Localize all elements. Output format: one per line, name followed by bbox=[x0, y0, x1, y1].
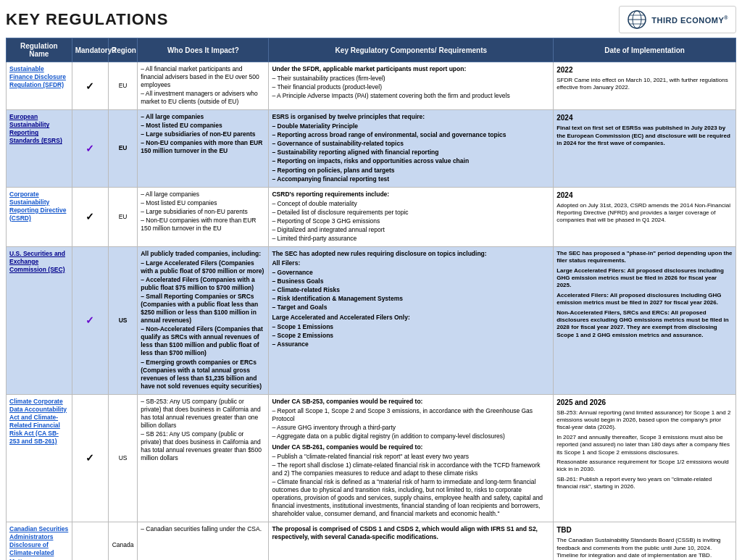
date-detail: The SEC has proposed a "phase-in" period… bbox=[556, 250, 733, 339]
reg-name-link[interactable]: Sustainable Finance Disclosure Regulatio… bbox=[9, 65, 66, 88]
list-item: Non-Accelerated Filers (Companies that q… bbox=[141, 325, 265, 357]
date-paragraph: SB-261: Publish a report every two years… bbox=[556, 476, 733, 491]
who-list: All large companiesMost listed EU compan… bbox=[141, 113, 265, 155]
components-cell: CSRD's reporting requirements include:Co… bbox=[269, 187, 554, 246]
all-filers-list: GovernanceBusiness GoalsClimate-related … bbox=[272, 269, 550, 312]
list-item: Target and Goals bbox=[272, 304, 550, 312]
logo-area: THIRD ECONOMY® bbox=[619, 6, 736, 33]
list-item: Small Reporting Companies or SRCs (Compa… bbox=[141, 293, 265, 325]
date-cell: 2022SFDR Came into effect on March 10, 2… bbox=[554, 62, 736, 110]
list-item: Report all Scope 1, Scope 2 and Scope 3 … bbox=[272, 407, 550, 423]
who-cell: All large companiesMost listed EU compan… bbox=[138, 187, 269, 246]
list-item: Reporting on impacts, risks and opportun… bbox=[272, 157, 550, 165]
date-cell: 2025 and 2026SB-253: Annual reporting (a… bbox=[554, 394, 736, 522]
sb261-header: Under CA SB-261, companies would be requ… bbox=[272, 443, 550, 451]
list-item: Sustainability reporting aligned with fi… bbox=[272, 149, 550, 156]
list-item: Publish a "climate-related financial ris… bbox=[272, 453, 550, 461]
region-cell: Canada bbox=[108, 522, 137, 560]
list-item: Reporting on policies, plans and targets bbox=[272, 167, 550, 175]
who-cell: All large companiesMost listed EU compan… bbox=[138, 110, 269, 187]
reg-name-cell: Corporate Sustainability Reporting Direc… bbox=[7, 187, 72, 246]
accel-filers-list: Scope 1 EmissionsScope 2 EmissionsAssura… bbox=[272, 323, 550, 348]
logo-reg: ® bbox=[724, 15, 728, 20]
sb261-list: Publish a "climate-related financial ris… bbox=[272, 453, 550, 518]
table-row: Sustainable Finance Disclosure Regulatio… bbox=[7, 62, 736, 110]
reg-name-cell: Canadian Securities Administrators Discl… bbox=[7, 522, 72, 560]
who-header: All publicly traded companies, including… bbox=[141, 250, 265, 258]
date-cell: The SEC has proposed a "phase-in" period… bbox=[554, 246, 736, 394]
all-filers-label: All Filers: bbox=[272, 259, 550, 267]
region-cell: EU bbox=[108, 62, 137, 110]
date-paragraph: Final text on first set of ESRSs was pub… bbox=[556, 125, 733, 147]
reg-name-link[interactable]: Canadian Securities Administrators Discl… bbox=[9, 525, 68, 560]
col-header-name: Regulation Name bbox=[7, 38, 72, 62]
logo-name-text: THIRD ECONOMY bbox=[651, 15, 724, 24]
checkmark-icon: ✓ bbox=[86, 80, 94, 92]
who-list: All financial market participants and fi… bbox=[141, 65, 265, 106]
reg-name-cell: European Sustainability Reporting Standa… bbox=[7, 110, 72, 187]
components-list: Double Materiality PrincipleReporting ac… bbox=[272, 122, 550, 183]
date-paragraph: SB-253: Annual reporting (and limited as… bbox=[556, 409, 733, 432]
list-item: Digitalized and integrated annual report bbox=[272, 226, 550, 234]
col-header-components: Key Regulatory Components/ Requirements bbox=[269, 38, 554, 62]
reg-name-link[interactable]: U.S. Securities and Exchange Commission … bbox=[9, 250, 65, 273]
who-list: Canadian securities falling under the CS… bbox=[141, 525, 265, 533]
mandatory-cell: ✓ bbox=[72, 246, 108, 394]
date-detail: SFDR Came into effect on March 10, 2021,… bbox=[556, 77, 733, 92]
reg-name-link[interactable]: European Sustainability Reporting Standa… bbox=[9, 113, 62, 144]
list-item: A Principle Adverse Impacts (PAI) statem… bbox=[272, 92, 550, 100]
components-header: The proposal is comprised of CSDS 1 and … bbox=[272, 525, 550, 541]
components-header: ESRS is organised by twelve principles t… bbox=[272, 113, 550, 121]
date-paragraph: The Canadian Sustainability Standards Bo… bbox=[556, 537, 733, 559]
reg-name-link[interactable]: Corporate Sustainability Reporting Direc… bbox=[9, 191, 66, 222]
mandatory-cell bbox=[72, 522, 108, 560]
region-cell: EU bbox=[108, 110, 137, 187]
date-paragraph: Accelerated Filers: All proposed disclos… bbox=[556, 292, 733, 307]
date-paragraph: Adopted on July 31st, 2023, CSRD amends … bbox=[556, 202, 733, 225]
table-row: Canadian Securities Administrators Discl… bbox=[7, 522, 736, 560]
list-item: Limited third-party assurance bbox=[272, 235, 550, 243]
date-cell: 2024Adopted on July 31st, 2023, CSRD ame… bbox=[554, 187, 736, 246]
who-list: All large companiesMost listed EU compan… bbox=[141, 191, 265, 233]
date-year: 2024 bbox=[556, 191, 733, 200]
col-header-mandatory: Mandatory? bbox=[72, 38, 108, 62]
logo-name: THIRD ECONOMY® bbox=[651, 15, 728, 25]
checkmark-icon: ✓ bbox=[86, 143, 94, 154]
checkmark-icon: ✓ bbox=[86, 452, 94, 464]
components-list: Concept of double materialityDetailed li… bbox=[272, 200, 550, 243]
list-item: Large subsidiaries of non-EU parents bbox=[141, 208, 265, 216]
components-header: CSRD's reporting requirements include: bbox=[272, 191, 550, 198]
list-item: Risk Identification & Management Systems bbox=[272, 295, 550, 303]
date-paragraph: Reasonable assurance requirement for Sco… bbox=[556, 459, 733, 474]
list-item: Scope 1 Emissions bbox=[272, 323, 550, 331]
list-item: All financial market participants and fi… bbox=[141, 65, 265, 89]
region-cell: US bbox=[108, 394, 137, 522]
date-detail: Final text on first set of ESRSs was pub… bbox=[556, 125, 733, 147]
sb253-list: Report all Scope 1, Scope 2 and Scope 3 … bbox=[272, 407, 550, 440]
list-item: Non-EU companies with more than EUR 150 … bbox=[141, 217, 265, 233]
regulations-table: Regulation Name Mandatory? Region Who Do… bbox=[6, 38, 736, 560]
table-row: Climate Corporate Data Accountability Ac… bbox=[7, 394, 736, 522]
date-year: TBD bbox=[556, 525, 733, 535]
components-list: Their sustainability practices (firm-lev… bbox=[272, 75, 550, 100]
logo-text-block: THIRD ECONOMY® bbox=[651, 15, 728, 25]
list-item: Most listed EU companies bbox=[141, 199, 265, 207]
table-row: Corporate Sustainability Reporting Direc… bbox=[7, 187, 736, 246]
table-body: Sustainable Finance Disclosure Regulatio… bbox=[7, 62, 736, 561]
mandatory-cell: ✓ bbox=[72, 110, 108, 187]
date-detail: Adopted on July 31st, 2023, CSRD amends … bbox=[556, 202, 733, 225]
list-item: All investment managers or advisers who … bbox=[141, 90, 265, 106]
list-item: Aggregate data on a public digital regis… bbox=[272, 432, 550, 440]
reg-name-link[interactable]: Climate Corporate Data Accountability Ac… bbox=[9, 398, 67, 445]
col-header-who: Who Does It Impact? bbox=[138, 38, 269, 62]
list-item: SB 261: Any US company (public or privat… bbox=[141, 430, 265, 462]
components-cell: ESRS is organised by twelve principles t… bbox=[269, 110, 554, 187]
list-item: Accelerated Filers (Companies with a pub… bbox=[141, 276, 265, 292]
who-cell: All financial market participants and fi… bbox=[138, 62, 269, 110]
list-item: Assurance bbox=[272, 340, 550, 348]
list-item: Climate financial risk is defined as a "… bbox=[272, 478, 550, 518]
list-item: Business Goals bbox=[272, 277, 550, 285]
table-header-row: Regulation Name Mandatory? Region Who Do… bbox=[7, 38, 736, 62]
components-cell: Under CA SB-253, companies would be requ… bbox=[269, 394, 554, 522]
list-item: Most listed EU companies bbox=[141, 122, 265, 130]
